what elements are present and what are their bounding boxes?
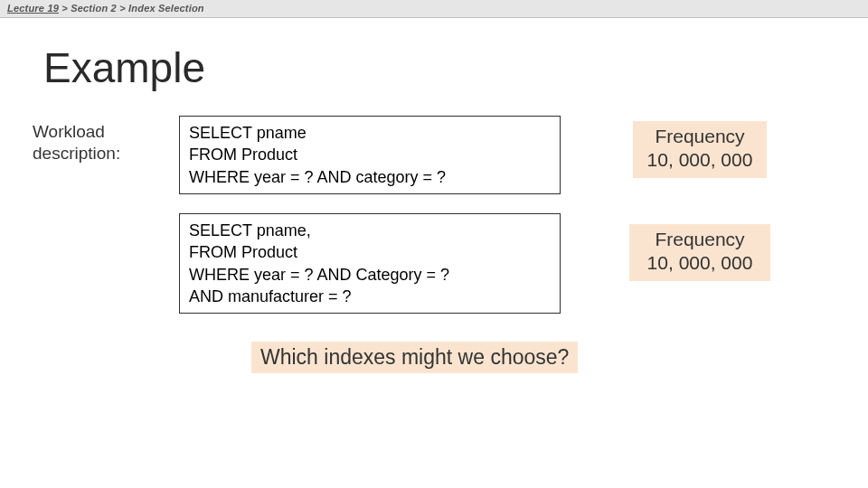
query-2-line-3: WHERE year = ? AND Category = ?	[189, 264, 551, 286]
breadcrumb: Lecture 19 > Section 2 > Index Selection	[0, 0, 868, 18]
query-2-line-1: SELECT pname,	[189, 220, 551, 241]
query-2-line-2: FROM Product	[189, 241, 551, 263]
breadcrumb-part-3: Index Selection	[128, 3, 204, 14]
frequency-1-value: 10, 000, 000	[642, 148, 758, 172]
query-box-1: SELECT pname FROM Product WHERE year = ?…	[179, 116, 561, 194]
frequency-2-label: Frequency	[638, 228, 761, 251]
query-1-line-2: FROM Product	[189, 144, 551, 165]
breadcrumb-sep-1: >	[59, 3, 71, 14]
query-1-line-3: WHERE year = ? AND category = ?	[189, 166, 551, 188]
frequency-badge-2: Frequency 10, 000, 000	[629, 224, 770, 281]
query-2-line-4: AND manufacturer = ?	[189, 286, 551, 307]
page-title: Example	[43, 43, 868, 92]
frequency-2-value: 10, 000, 000	[638, 251, 761, 275]
frequency-1-label: Frequency	[642, 125, 758, 148]
query-box-2: SELECT pname, FROM Product WHERE year = …	[179, 213, 561, 314]
breadcrumb-sep-2: >	[117, 3, 128, 14]
breadcrumb-part-2: Section 2	[71, 3, 117, 14]
frequency-badge-1: Frequency 10, 000, 000	[633, 121, 767, 178]
query-1-line-1: SELECT pname	[189, 122, 551, 144]
question-callout: Which indexes might we choose?	[251, 342, 578, 373]
workload-label: Workload description:	[33, 121, 159, 164]
breadcrumb-part-1: Lecture 19	[7, 3, 59, 14]
